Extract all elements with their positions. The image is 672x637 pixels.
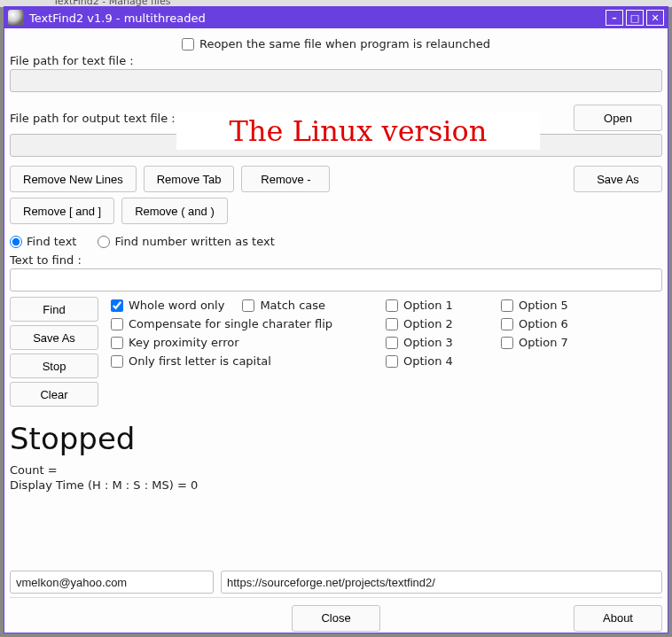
titlebar: TextFind2 v1.9 - multithreaded – □ ✕ [4,7,668,28]
option6-checkbox-row: Option 6 [501,317,607,330]
option7-checkbox-row: Option 7 [501,336,607,349]
url-input[interactable] [221,571,662,594]
compensate-checkbox-row: Compensate for single charater flip [111,317,377,330]
remove-brackets-button[interactable]: Remove [ and ] [10,198,114,224]
app-window: TextFind2 v1.9 - multithreaded – □ ✕ Reo… [4,6,668,633]
option2-checkbox[interactable] [386,318,398,330]
whole-word-checkbox[interactable] [111,299,123,312]
close-window-button[interactable]: ✕ [646,10,664,26]
option4-checkbox-row: Option 4 [386,354,492,368]
file-path-text-input[interactable] [10,69,662,92]
clear-button[interactable]: Clear [10,382,98,407]
whole-word-label: Whole word only [129,299,224,312]
firstcap-checkbox-row: Only first letter is capital [111,354,377,368]
close-button[interactable]: Close [292,605,380,632]
option3-checkbox[interactable] [386,337,398,349]
keyprox-checkbox-row: Key proximity error [111,336,377,349]
compensate-checkbox[interactable] [111,318,123,330]
option1-checkbox[interactable] [386,299,398,312]
option2-label: Option 2 [403,317,453,330]
option6-checkbox[interactable] [501,318,513,330]
keyprox-label: Key proximity error [129,336,239,349]
option7-label: Option 7 [519,336,568,349]
save-as-top-button[interactable]: Save As [574,166,662,192]
file-path-text-label: File path for text file : [10,54,662,67]
find-number-radio-row: Find number written as text [98,235,274,248]
compensate-label: Compensate for single charater flip [129,317,332,330]
firstcap-checkbox[interactable] [111,355,123,368]
find-number-radio[interactable] [98,236,110,248]
annotation-box: The Linux version [176,113,540,150]
option6-label: Option 6 [519,317,568,330]
status-heading: Stopped [10,421,662,456]
remove-tab-button[interactable]: Remove Tab [144,166,235,192]
option1-label: Option 1 [403,299,453,312]
options-grid: Whole word only Match case Option 1 Opti… [111,297,662,407]
open-button[interactable]: Open [574,105,662,131]
mode-radio-group: Find text Find number written as text [10,235,662,248]
whole-word-checkbox-row: Whole word only [111,299,224,312]
maximize-button[interactable]: □ [626,10,644,26]
text-to-find-input[interactable] [10,268,662,291]
display-time-label: Display Time (H : M : S : MS) = 0 [10,478,662,492]
option5-label: Option 5 [519,299,568,312]
app-icon [8,10,24,26]
stop-button[interactable]: Stop [10,353,98,378]
option3-label: Option 3 [403,336,453,349]
match-case-checkbox-row: Match case [242,299,325,312]
find-text-radio-label: Find text [27,235,76,248]
remove-newlines-button[interactable]: Remove New Lines [10,166,137,192]
find-number-radio-label: Find number written as text [114,235,274,248]
option5-checkbox-row: Option 5 [501,299,607,312]
option4-checkbox[interactable] [386,355,398,368]
about-button[interactable]: About [574,605,662,632]
option5-checkbox[interactable] [501,299,513,312]
option7-checkbox[interactable] [501,337,513,349]
find-text-radio[interactable] [10,236,22,248]
reopen-checkbox[interactable] [182,38,194,50]
firstcap-label: Only first letter is capital [129,354,271,368]
option3-checkbox-row: Option 3 [386,336,492,349]
keyprox-checkbox[interactable] [111,337,123,349]
option2-checkbox-row: Option 2 [386,317,492,330]
find-text-radio-row: Find text [10,235,76,248]
window-content: Reopen the same file when program is rel… [4,28,668,633]
save-as-side-button[interactable]: Save As [10,325,98,350]
match-case-label: Match case [260,299,325,312]
count-label: Count = [10,463,662,477]
annotation-text: The Linux version [230,114,488,148]
window-title: TextFind2 v1.9 - multithreaded [29,12,206,25]
contact-input[interactable] [10,571,214,594]
option4-label: Option 4 [403,354,453,368]
reopen-label: Reopen the same file when program is rel… [199,37,490,50]
find-button[interactable]: Find [10,297,98,322]
remove-parens-button[interactable]: Remove ( and ) [121,198,228,224]
minimize-button[interactable]: – [606,10,623,26]
text-to-find-label: Text to find : [10,253,662,267]
match-case-checkbox[interactable] [242,299,254,312]
reopen-checkbox-row: Reopen the same file when program is rel… [182,37,490,50]
remove-dash-button[interactable]: Remove - [241,166,330,192]
option1-checkbox-row: Option 1 [386,299,492,312]
